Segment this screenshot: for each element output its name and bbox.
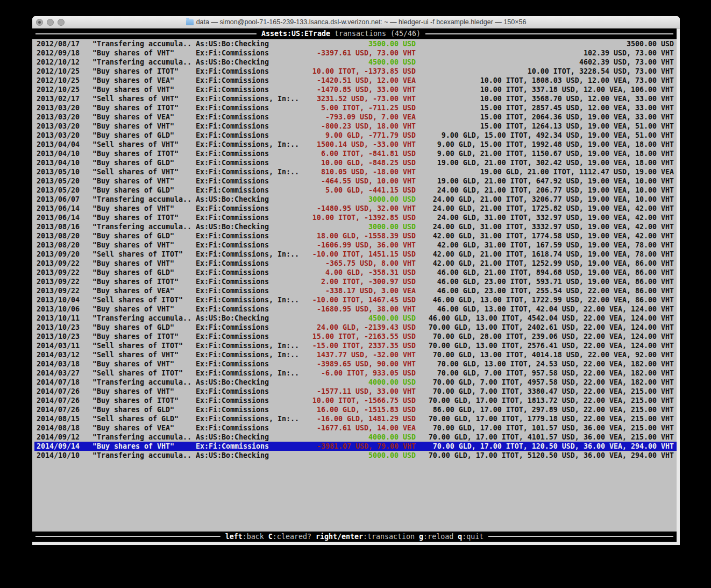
- transaction-row[interactable]: 2013/10/11"Transfering accumula..As:US:B…: [32, 314, 677, 323]
- transaction-running-balance: 19.00 GLD, 21.00 ITOT, 647.92 USD, 19.00…: [423, 176, 674, 186]
- transaction-other-accounts: Ex:Fi:Commissions, In:..: [196, 414, 301, 423]
- transaction-row[interactable]: 2013/04/10"Buy shares of ITOT"Ex:Fi:Comm…: [32, 149, 677, 158]
- transaction-row[interactable]: 2014/08/15"Sell shares of GLD"Ex:Fi:Comm…: [32, 414, 677, 423]
- transaction-row[interactable]: 2014/09/12"Transfering accumula..As:US:B…: [32, 433, 677, 442]
- transaction-running-balance: 102.39 USD, 73.00 VHT: [423, 48, 674, 58]
- transaction-other-accounts: Ex:Fi:Commissions: [196, 442, 301, 451]
- transaction-running-balance: 42.00 GLD, 31.00 ITOT, 1774.58 USD, 19.0…: [423, 231, 674, 240]
- transaction-amount: 5000.00 USD: [301, 451, 416, 460]
- transaction-row[interactable]: 2013/04/04"Sell shares of VHT"Ex:Fi:Comm…: [32, 140, 677, 149]
- transaction-row[interactable]: 2013/04/10"Buy shares of GLD"Ex:Fi:Commi…: [32, 158, 677, 167]
- transaction-other-accounts: Ex:Fi:Commissions: [196, 259, 301, 268]
- transaction-row[interactable]: 2013/10/04"Sell shares of ITOT"Ex:Fi:Com…: [32, 295, 677, 304]
- transaction-row[interactable]: 2013/09/22"Buy shares of VHT"Ex:Fi:Commi…: [32, 259, 677, 268]
- transaction-row[interactable]: 2014/07/18"Transfering accumula..As:US:B…: [32, 378, 677, 387]
- transaction-row[interactable]: 2013/05/10"Sell shares of VHT"Ex:Fi:Comm…: [32, 167, 677, 176]
- transaction-row[interactable]: 2012/09/18"Buy shares of VHT"Ex:Fi:Commi…: [32, 48, 677, 58]
- titlebar[interactable]: data — simon@pool-71-165-239-133.lsanca.…: [32, 16, 680, 29]
- transaction-row[interactable]: 2013/09/22"Buy shares of ITOT"Ex:Fi:Comm…: [32, 277, 677, 286]
- transaction-row[interactable]: 2014/07/26"Buy shares of ITOT"Ex:Fi:Comm…: [32, 396, 677, 405]
- transaction-amount: 24.00 GLD, -2139.43 USD: [301, 323, 416, 332]
- transaction-other-accounts: Ex:Fi:Commissions, In:..: [196, 369, 301, 378]
- transaction-row[interactable]: 2013/10/23"Buy shares of ITOT"Ex:Fi:Comm…: [32, 332, 677, 341]
- transaction-running-balance: 42.00 GLD, 21.00 ITOT, 1618.74 USD, 19.0…: [423, 250, 674, 259]
- transaction-running-balance: 4602.39 USD, 73.00 VHT: [423, 58, 674, 67]
- transaction-date: 2014/03/12: [37, 350, 90, 359]
- transaction-row[interactable]: 2013/10/06"Buy shares of VHT"Ex:Fi:Commi…: [32, 304, 677, 314]
- transaction-row[interactable]: 2014/03/12"Sell shares of VHT"Ex:Fi:Comm…: [32, 350, 677, 359]
- transaction-description: "Buy shares of GLD": [93, 131, 195, 140]
- transaction-other-accounts: Ex:Fi:Commissions: [196, 67, 301, 76]
- transaction-row[interactable]: 2013/02/17"Sell shares of VHT"Ex:Fi:Comm…: [32, 94, 677, 103]
- transaction-other-accounts: Ex:Fi:Commissions: [196, 213, 301, 222]
- transaction-other-accounts: Ex:Fi:Commissions: [196, 176, 301, 186]
- transaction-amount: 4000.00 USD: [301, 378, 416, 387]
- transaction-running-balance: 70.00 GLD, 7.00 ITOT, 957.58 USD, 22.00 …: [423, 369, 674, 378]
- transaction-other-accounts: As:US:Bo:Checking: [196, 433, 301, 442]
- transaction-row[interactable]: 2014/03/11"Sell shares of ITOT"Ex:Fi:Com…: [32, 341, 677, 350]
- transaction-description: "Buy shares of ITOT": [93, 332, 195, 341]
- window-title-text: data — simon@pool-71-165-239-133.lsanca.…: [196, 18, 527, 26]
- transaction-row[interactable]: 2012/08/17"Transfering accumula..As:US:B…: [32, 39, 677, 48]
- transaction-row[interactable]: 2014/10/10"Transfering accumula..As:US:B…: [32, 451, 677, 460]
- transaction-date: 2013/05/20: [37, 186, 90, 195]
- transaction-running-balance: 70.00 GLD, 28.00 ITOT, 239.06 USD, 22.00…: [423, 332, 674, 341]
- transaction-row[interactable]: 2014/07/26"Buy shares of GLD"Ex:Fi:Commi…: [32, 405, 677, 414]
- transaction-description: "Buy shares of ITOT": [93, 213, 195, 222]
- transaction-row[interactable]: 2013/03/20"Buy shares of ITOT"Ex:Fi:Comm…: [32, 103, 677, 112]
- transaction-row[interactable]: 2013/05/20"Buy shares of VHT"Ex:Fi:Commi…: [32, 176, 677, 186]
- transaction-row[interactable]: 2014/08/18"Buy shares of VEA"Ex:Fi:Commi…: [32, 423, 677, 433]
- transaction-description: "Sell shares of ITOT": [93, 250, 195, 259]
- transaction-row[interactable]: 2012/10/25"Buy shares of VEA"Ex:Fi:Commi…: [32, 76, 677, 85]
- transaction-row[interactable]: 2013/10/23"Buy shares of GLD"Ex:Fi:Commi…: [32, 323, 677, 332]
- transaction-running-balance: 24.00 GLD, 21.00 ITOT, 1725.82 USD, 19.0…: [423, 204, 674, 213]
- transaction-row[interactable]: 2014/09/14"Buy shares of VHT"Ex:Fi:Commi…: [32, 442, 677, 451]
- transaction-amount: -10.00 ITOT, 1467.45 USD: [301, 295, 416, 304]
- transaction-row[interactable]: 2013/06/14"Buy shares of ITOT"Ex:Fi:Comm…: [32, 213, 677, 222]
- transaction-amount: 15.00 ITOT, -2163.55 USD: [301, 332, 416, 341]
- transaction-amount: 10.00 ITOT, -1392.85 USD: [301, 213, 416, 222]
- transaction-row[interactable]: 2013/03/20"Buy shares of GLD"Ex:Fi:Commi…: [32, 131, 677, 140]
- help-keys: left:back C:cleared? right/enter:transac…: [221, 532, 488, 542]
- transaction-row[interactable]: 2013/03/20"Buy shares of VEA"Ex:Fi:Commi…: [32, 112, 677, 122]
- transaction-row[interactable]: 2013/09/22"Buy shares of GLD"Ex:Fi:Commi…: [32, 268, 677, 277]
- transaction-running-balance: 70.00 GLD, 7.00 ITOT, 4957.58 USD, 22.00…: [423, 378, 674, 387]
- transaction-row[interactable]: 2013/08/16"Transfering accumula..As:US:B…: [32, 222, 677, 231]
- transaction-date: 2014/07/26: [37, 396, 90, 405]
- transaction-running-balance: 70.00 GLD, 17.00 ITOT, 1813.72 USD, 22.0…: [423, 396, 674, 405]
- transaction-row[interactable]: 2013/05/20"Buy shares of GLD"Ex:Fi:Commi…: [32, 186, 677, 195]
- transaction-running-balance: 9.00 GLD, 21.00 ITOT, 1150.67 USD, 19.00…: [423, 149, 674, 158]
- transaction-other-accounts: Ex:Fi:Commissions, In:..: [196, 250, 301, 259]
- transaction-amount: 5.00 GLD, -441.15 USD: [301, 186, 416, 195]
- transaction-running-balance: 70.00 GLD, 17.00 ITOT, 4101.57 USD, 36.0…: [423, 433, 674, 442]
- transaction-date: 2012/10/12: [37, 58, 90, 67]
- transaction-row[interactable]: 2013/06/14"Buy shares of VHT"Ex:Fi:Commi…: [32, 204, 677, 213]
- transaction-date: 2014/09/14: [37, 442, 90, 451]
- transaction-description: "Buy shares of VHT": [93, 240, 195, 250]
- transaction-running-balance: 15.00 ITOT, 2064.36 USD, 19.00 VEA, 33.0…: [423, 112, 674, 122]
- transaction-row[interactable]: 2014/03/18"Buy shares of VHT"Ex:Fi:Commi…: [32, 359, 677, 369]
- transaction-date: 2014/08/18: [37, 423, 90, 433]
- transaction-running-balance: 70.00 GLD, 13.00 ITOT, 4014.18 USD, 22.0…: [423, 350, 674, 359]
- transaction-running-balance: 70.00 GLD, 17.00 ITOT, 1779.18 USD, 22.0…: [423, 414, 674, 423]
- transaction-row[interactable]: 2013/06/07"Transfering accumula..As:US:B…: [32, 195, 677, 204]
- transaction-description: "Transfering accumula..: [93, 451, 195, 460]
- transaction-description: "Buy shares of VHT": [93, 359, 195, 369]
- transaction-row[interactable]: 2014/03/27"Sell shares of ITOT"Ex:Fi:Com…: [32, 369, 677, 378]
- transaction-row[interactable]: 2014/07/26"Buy shares of VHT"Ex:Fi:Commi…: [32, 387, 677, 396]
- transaction-row[interactable]: 2013/03/20"Buy shares of VHT"Ex:Fi:Commi…: [32, 122, 677, 131]
- transaction-description: "Transfering accumula..: [93, 58, 195, 67]
- transaction-row[interactable]: 2012/10/25"Buy shares of ITOT"Ex:Fi:Comm…: [32, 67, 677, 76]
- transaction-other-accounts: Ex:Fi:Commissions: [196, 204, 301, 213]
- transaction-description: "Sell shares of VHT": [93, 94, 195, 103]
- transaction-row[interactable]: 2013/08/20"Buy shares of VHT"Ex:Fi:Commi…: [32, 240, 677, 250]
- transaction-row[interactable]: 2013/09/22"Buy shares of VEA"Ex:Fi:Commi…: [32, 286, 677, 295]
- transaction-running-balance: 15.00 ITOT, 2857.45 USD, 12.00 VEA, 33.0…: [423, 103, 674, 112]
- folder-icon: [186, 19, 194, 25]
- transaction-row[interactable]: 2012/10/25"Buy shares of VHT"Ex:Fi:Commi…: [32, 85, 677, 94]
- transaction-other-accounts: Ex:Fi:Commissions, In:..: [196, 94, 301, 103]
- transaction-row[interactable]: 2013/08/20"Buy shares of GLD"Ex:Fi:Commi…: [32, 231, 677, 240]
- transaction-row[interactable]: 2012/10/12"Transfering accumula..As:US:B…: [32, 58, 677, 67]
- transaction-row[interactable]: 2013/09/20"Sell shares of ITOT"Ex:Fi:Com…: [32, 250, 677, 259]
- scrollbar-track[interactable]: [677, 29, 680, 545]
